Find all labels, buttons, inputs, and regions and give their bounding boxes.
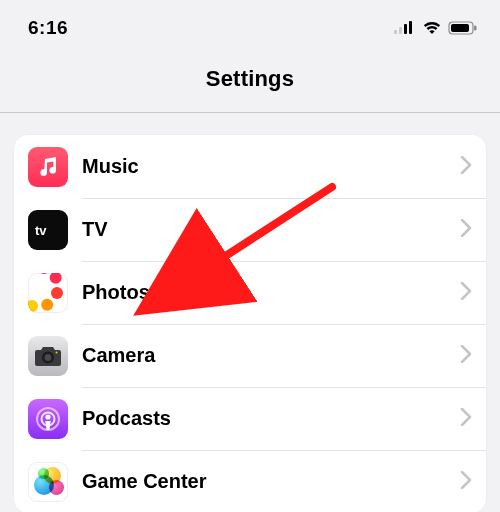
svg-rect-0 — [394, 30, 397, 34]
row-label: Podcasts — [82, 407, 460, 430]
settings-row-photos[interactable]: Photos — [14, 261, 486, 324]
status-bar: 6:16 — [0, 0, 500, 44]
settings-row-camera[interactable]: Camera — [14, 324, 486, 387]
row-label: Photos — [82, 281, 460, 304]
chevron-right-icon — [460, 156, 472, 178]
music-icon — [28, 147, 68, 187]
cellular-icon — [394, 21, 416, 35]
photos-icon — [28, 273, 68, 313]
settings-row-music[interactable]: Music — [14, 135, 486, 198]
gamecenter-icon — [28, 462, 68, 502]
svg-text:tv: tv — [35, 223, 47, 238]
podcasts-icon — [28, 399, 68, 439]
chevron-right-icon — [460, 345, 472, 367]
status-time: 6:16 — [28, 17, 68, 39]
svg-point-13 — [45, 414, 50, 419]
tv-icon: tv — [28, 210, 68, 250]
row-label: Camera — [82, 344, 460, 367]
row-label: Game Center — [82, 470, 460, 493]
svg-rect-6 — [474, 26, 477, 31]
chevron-right-icon — [460, 408, 472, 430]
status-icons — [394, 21, 478, 35]
svg-rect-2 — [404, 24, 407, 34]
svg-point-10 — [56, 351, 58, 353]
camera-icon — [28, 336, 68, 376]
battery-icon — [448, 21, 478, 35]
chevron-right-icon — [460, 219, 472, 241]
page-header: Settings — [0, 44, 500, 113]
settings-list: Music tv TV Photos — [14, 135, 486, 512]
svg-rect-3 — [409, 21, 412, 34]
settings-row-gamecenter[interactable]: Game Center — [14, 450, 486, 512]
chevron-right-icon — [460, 471, 472, 493]
settings-row-podcasts[interactable]: Podcasts — [14, 387, 486, 450]
wifi-icon — [422, 21, 442, 35]
row-label: Music — [82, 155, 460, 178]
settings-row-tv[interactable]: tv TV — [14, 198, 486, 261]
chevron-right-icon — [460, 282, 472, 304]
svg-rect-1 — [399, 27, 402, 34]
svg-point-9 — [45, 354, 52, 361]
row-label: TV — [82, 218, 460, 241]
svg-rect-5 — [451, 24, 469, 32]
page-title: Settings — [0, 66, 500, 92]
